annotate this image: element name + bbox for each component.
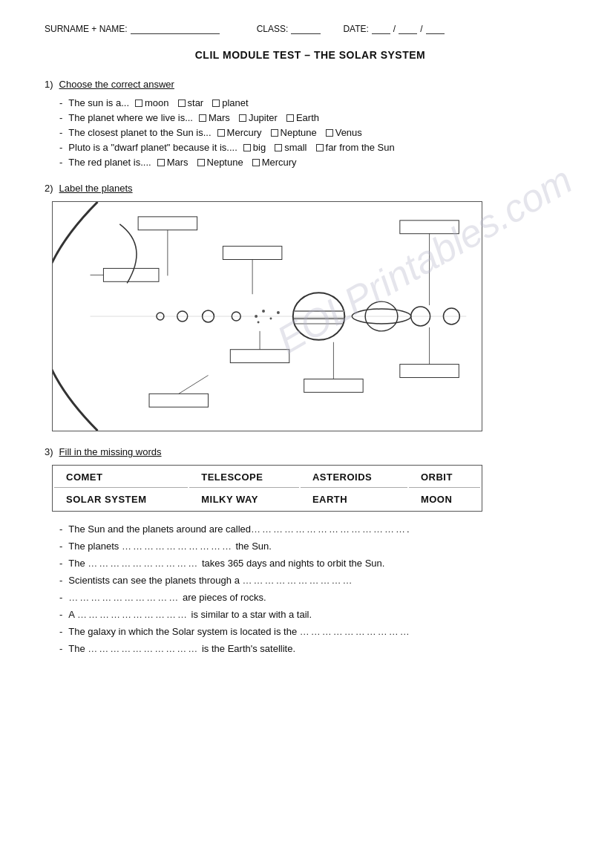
class-label: CLASS: <box>257 24 289 34</box>
date-sep2: / <box>420 24 422 34</box>
checkbox-mercury[interactable] <box>217 129 225 137</box>
svg-rect-22 <box>400 221 459 234</box>
fill-8: - The ………………………… is the Earth's satellit… <box>59 643 576 654</box>
svg-rect-18 <box>138 217 197 230</box>
checkbox-mars[interactable] <box>199 114 206 122</box>
fill-7: - The galaxy in which the Solar system i… <box>59 626 576 637</box>
fill-3: - The ………………………… takes 365 days and nigh… <box>59 558 576 569</box>
date-month[interactable] <box>399 22 417 34</box>
fill-list: - The Sun and the planets around are cal… <box>45 523 576 654</box>
checkbox-neptune[interactable] <box>271 129 278 137</box>
checkbox-venus[interactable] <box>326 129 333 137</box>
option-venus[interactable]: Venus <box>326 127 362 138</box>
fill-6: - A ………………………… is similar to a star with… <box>59 609 576 620</box>
surname-field[interactable] <box>131 22 220 34</box>
word-asteroids: ASTEROIDS <box>301 467 407 488</box>
svg-rect-28 <box>304 379 363 392</box>
section-1: 1) Choose the correct answer - The sun i… <box>45 79 576 168</box>
section-1-num: 1) <box>45 79 53 90</box>
svg-point-6 <box>262 310 265 313</box>
checkbox-moon[interactable] <box>135 99 142 107</box>
option-moon[interactable]: moon <box>135 97 169 108</box>
fill-2: - The planets ………………………… the Sun. <box>59 541 576 552</box>
date-sep1: / <box>393 24 396 34</box>
option-earth[interactable]: Earth <box>286 112 319 123</box>
svg-line-31 <box>179 375 209 394</box>
option-star[interactable]: star <box>178 97 204 108</box>
surname-label: SURNAME + NAME: <box>45 24 128 34</box>
checkbox-star[interactable] <box>178 99 186 107</box>
fill-5: - ………………………… are pieces of rocks. <box>59 592 576 603</box>
word-telescope: TELESCOPE <box>189 467 299 488</box>
fill-1: - The Sun and the planets around are cal… <box>59 523 576 535</box>
checkbox-earth[interactable] <box>286 114 294 122</box>
date-label: DATE: <box>343 24 368 34</box>
word-comet: COMET <box>54 467 188 488</box>
solar-diagram <box>52 201 482 431</box>
section-3-title: Fill in the missing words <box>59 446 162 457</box>
option-big[interactable]: big <box>243 142 266 153</box>
checkbox-planet[interactable] <box>212 99 220 107</box>
page-title: CLIL MODULE TEST – THE SOLAR SYSTEM <box>45 49 576 61</box>
svg-point-7 <box>269 317 272 319</box>
question-1: - The sun is a... moon star planet <box>59 97 576 108</box>
date-day[interactable] <box>372 22 390 34</box>
section-2-title: Label the planets <box>59 183 133 194</box>
word-bank-row-1: COMET TELESCOPE ASTEROIDS ORBIT <box>54 467 480 488</box>
class-field[interactable] <box>291 22 321 34</box>
option-mercury2[interactable]: Mercury <box>252 157 297 168</box>
option-mars[interactable]: Mars <box>199 112 230 123</box>
question-5: - The red planet is.... Mars Neptune Mer… <box>59 157 576 168</box>
header: SURNAME + NAME: CLASS: DATE: / / <box>45 22 576 34</box>
checkbox-neptune2[interactable] <box>197 159 205 166</box>
checkbox-mercury2[interactable] <box>252 159 260 166</box>
question-4: - Pluto is a "dwarf planet" because it i… <box>59 142 576 153</box>
word-earth: EARTH <box>301 489 407 509</box>
word-moon: MOON <box>409 489 480 509</box>
section-2-num: 2) <box>45 183 53 194</box>
solar-system-svg <box>53 202 482 431</box>
checkbox-small[interactable] <box>275 144 282 151</box>
checkbox-far[interactable] <box>316 144 324 151</box>
word-orbit: ORBIT <box>409 467 480 488</box>
svg-rect-32 <box>400 365 459 378</box>
option-planet[interactable]: planet <box>212 97 248 108</box>
svg-rect-20 <box>223 247 281 260</box>
section-3-num: 3) <box>45 446 53 457</box>
svg-rect-30 <box>149 394 208 407</box>
svg-point-5 <box>255 315 258 318</box>
section-3: 3) Fill in the missing words COMET TELES… <box>45 446 576 654</box>
checkbox-big[interactable] <box>243 144 251 151</box>
word-bank-row-2: SOLAR SYSTEM MILKY WAY EARTH MOON <box>54 489 480 509</box>
option-mars2[interactable]: Mars <box>157 157 189 168</box>
option-neptune2[interactable]: Neptune <box>197 157 243 168</box>
svg-point-8 <box>277 311 280 314</box>
section-2: 2) Label the planets <box>45 183 576 431</box>
section-1-title: Choose the correct answer <box>59 79 174 90</box>
option-neptune[interactable]: Neptune <box>271 127 317 138</box>
question-list: - The sun is a... moon star planet - The… <box>45 97 576 168</box>
svg-point-9 <box>258 321 260 323</box>
question-3: - The closest planet to the Sun is... Me… <box>59 127 576 138</box>
checkbox-mars2[interactable] <box>157 159 165 166</box>
option-far[interactable]: far from the Sun <box>316 142 395 153</box>
question-2: - The planet where we live is... Mars Ju… <box>59 112 576 123</box>
checkbox-jupiter[interactable] <box>239 114 246 122</box>
word-milky-way: MILKY WAY <box>189 489 299 509</box>
date-year[interactable] <box>426 22 445 34</box>
svg-rect-26 <box>230 350 289 363</box>
option-jupiter[interactable]: Jupiter <box>239 112 278 123</box>
word-bank: COMET TELESCOPE ASTEROIDS ORBIT SOLAR SY… <box>52 465 482 512</box>
option-small[interactable]: small <box>275 142 306 153</box>
option-mercury[interactable]: Mercury <box>217 127 262 138</box>
fill-4: - Scientists can see the planets through… <box>59 575 576 586</box>
word-solar-system: SOLAR SYSTEM <box>54 489 188 509</box>
